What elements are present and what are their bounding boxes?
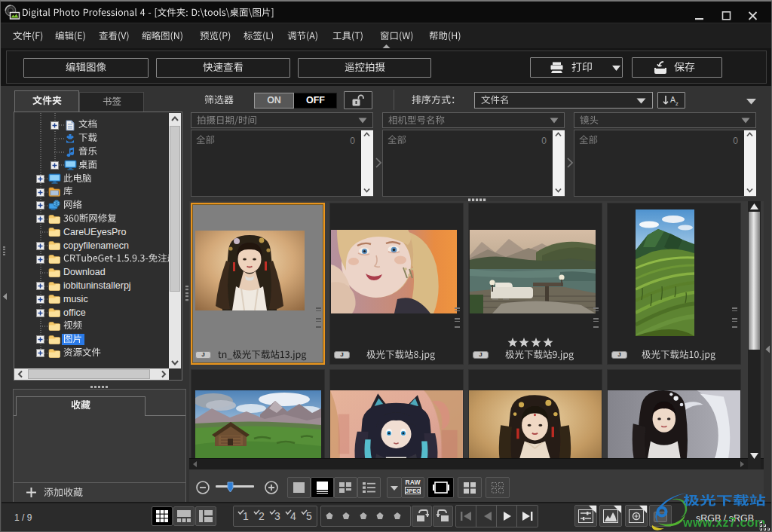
svg-text:A: A — [670, 95, 676, 104]
svg-text:z: z — [676, 100, 679, 107]
